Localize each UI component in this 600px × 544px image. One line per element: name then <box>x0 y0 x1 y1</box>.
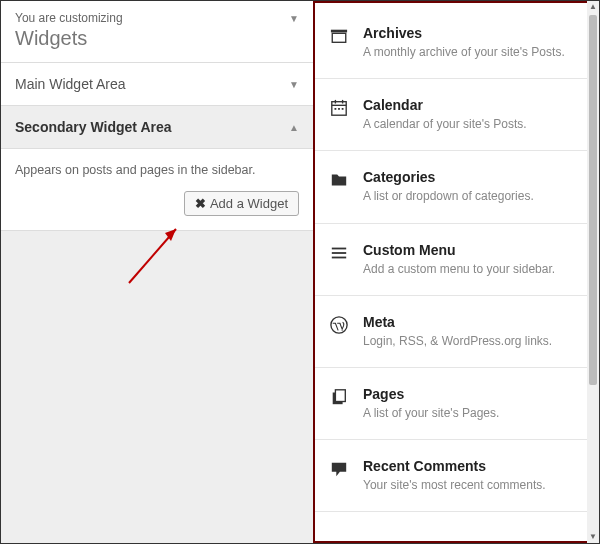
svg-rect-2 <box>331 30 347 33</box>
customizing-label: You are customizing <box>15 11 299 25</box>
svg-rect-9 <box>338 108 340 110</box>
close-icon: ✖ <box>195 196 206 211</box>
widget-title: Categories <box>363 169 583 185</box>
widget-item-recent-comments[interactable]: Recent Comments Your site's most recent … <box>315 440 597 512</box>
widget-item-custom-menu[interactable]: Custom Menu Add a custom menu to your si… <box>315 224 597 296</box>
section-label: Secondary Widget Area <box>15 119 172 135</box>
add-widget-button[interactable]: ✖ Add a Widget <box>184 191 299 216</box>
widget-desc: A monthly archive of your site's Posts. <box>363 44 583 60</box>
available-widgets-panel: Archives A monthly archive of your site'… <box>313 1 599 543</box>
svg-rect-11 <box>332 247 346 249</box>
chevron-up-icon: ▲ <box>289 122 299 133</box>
widget-item-calendar[interactable]: Calendar A calendar of your site's Posts… <box>315 79 597 151</box>
widget-item-categories[interactable]: Categories A list or dropdown of categor… <box>315 151 597 223</box>
widget-title: Calendar <box>363 97 583 113</box>
svg-rect-16 <box>335 390 345 402</box>
svg-rect-13 <box>332 256 346 258</box>
scrollbar[interactable]: ▲ ▼ <box>587 1 599 543</box>
widget-area-panel: Appears on posts and pages in the sideba… <box>1 149 313 231</box>
widget-list: Archives A monthly archive of your site'… <box>315 3 597 512</box>
svg-rect-3 <box>332 33 346 42</box>
folder-icon <box>329 170 349 190</box>
widget-item-pages[interactable]: Pages A list of your site's Pages. <box>315 368 597 440</box>
chevron-down-icon: ▼ <box>289 79 299 90</box>
scroll-up-icon[interactable]: ▲ <box>587 1 599 13</box>
widget-desc: A calendar of your site's Posts. <box>363 116 583 132</box>
archives-icon <box>329 26 349 46</box>
widget-title: Custom Menu <box>363 242 583 258</box>
svg-line-0 <box>129 229 176 283</box>
widget-title: Archives <box>363 25 583 41</box>
section-secondary-widget-area[interactable]: Secondary Widget Area ▲ <box>1 106 313 149</box>
widget-title: Recent Comments <box>363 458 583 474</box>
svg-rect-10 <box>342 108 344 110</box>
add-widget-label: Add a Widget <box>210 196 288 211</box>
widget-desc: A list or dropdown of categories. <box>363 188 583 204</box>
widget-title: Pages <box>363 386 583 402</box>
chevron-down-icon: ▼ <box>289 13 299 24</box>
widget-desc: Add a custom menu to your sidebar. <box>363 261 583 277</box>
svg-point-14 <box>331 317 347 333</box>
widget-desc: Your site's most recent comments. <box>363 477 583 493</box>
comment-icon <box>329 459 349 479</box>
menu-icon <box>329 243 349 263</box>
calendar-icon <box>329 98 349 118</box>
section-label: Main Widget Area <box>15 76 126 92</box>
svg-rect-12 <box>332 252 346 254</box>
scrollbar-thumb[interactable] <box>589 15 597 385</box>
scroll-down-icon[interactable]: ▼ <box>587 531 599 543</box>
widget-desc: A list of your site's Pages. <box>363 405 583 421</box>
widget-area-description: Appears on posts and pages in the sideba… <box>15 163 299 177</box>
pages-icon <box>329 387 349 407</box>
wordpress-icon <box>329 315 349 335</box>
page-title: Widgets <box>15 27 299 50</box>
customizer-sidebar: You are customizing Widgets ▼ Main Widge… <box>1 1 313 543</box>
widget-desc: Login, RSS, & WordPress.org links. <box>363 333 583 349</box>
widget-item-archives[interactable]: Archives A monthly archive of your site'… <box>315 3 597 79</box>
widget-title: Meta <box>363 314 583 330</box>
svg-rect-8 <box>335 108 337 110</box>
widget-item-meta[interactable]: Meta Login, RSS, & WordPress.org links. <box>315 296 597 368</box>
customizer-header[interactable]: You are customizing Widgets ▼ <box>1 1 313 63</box>
annotation-arrow <box>121 221 191 291</box>
section-main-widget-area[interactable]: Main Widget Area ▼ <box>1 63 313 106</box>
